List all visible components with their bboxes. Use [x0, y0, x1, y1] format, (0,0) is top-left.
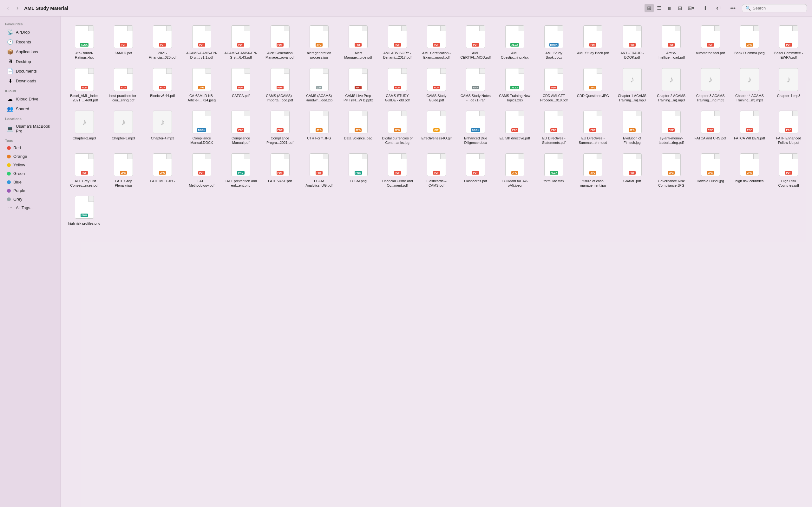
file-item[interactable]: PDF FCCM Analytics_UG.pdf — [301, 150, 337, 190]
file-item[interactable]: XLSX AML Questio...ring.xlsx — [496, 21, 533, 62]
file-item[interactable]: PNG high risk profiles.png — [66, 192, 102, 228]
file-item[interactable]: JPG CDD Questions.JPG — [575, 64, 611, 105]
sidebar-item-shared[interactable]: 👥 Shared — [2, 104, 59, 113]
file-item[interactable]: DOCX Enhanced Due Diligence.docx — [457, 107, 494, 147]
file-item[interactable]: JPG alert generation process.jpg — [301, 21, 337, 62]
file-item[interactable]: PDF EU 5th directive.pdf — [496, 107, 533, 147]
sidebar-item-blue[interactable]: Blue — [2, 178, 59, 186]
file-item[interactable]: PDF EU Directives - Summar...ehmood — [575, 107, 611, 147]
file-item[interactable]: ♪ Chapter-3.mp3 — [105, 107, 142, 147]
file-item[interactable]: PDF CDD AMLCFT Procedu...019.pdf — [536, 64, 572, 105]
file-item[interactable]: PDF FATF Enhanced Follow Up.pdf — [770, 107, 807, 147]
file-item[interactable]: PDF Bionic v6.44.pdf — [144, 64, 181, 105]
file-item[interactable]: PDF Compliance Progra...2021.pdf — [262, 107, 298, 147]
file-item[interactable]: PDF Basel_AML_Index _2021_...4e0f.pdf — [66, 64, 102, 105]
file-item[interactable]: PDF ey-anti-money-lauderi...ring.pdf — [653, 107, 690, 147]
file-item[interactable]: PDF Flashcards.pdf — [457, 150, 494, 190]
file-item[interactable]: PDF Alert Generation Manage...roval.pdf — [262, 21, 298, 62]
sidebar-item-grey[interactable]: Grey — [2, 195, 59, 203]
file-item[interactable]: PDF best-practices-for-cou...ering.pdf — [105, 64, 142, 105]
back-button[interactable]: ‹ — [5, 3, 11, 13]
sidebar-item-desktop[interactable]: 🖥 Desktop — [2, 57, 59, 66]
sidebar-item-airdrop[interactable]: 📡 AirDrop — [2, 27, 59, 37]
file-item[interactable]: PDF 6AMLD.pdf — [105, 21, 142, 62]
file-item[interactable]: ZIP CAMS (ACAMS) Handwri...ood.zip — [301, 64, 337, 105]
file-item[interactable]: JPG Evolution of Fintech.jpg — [614, 107, 650, 147]
file-item[interactable]: JPG Governance Risk Compliance.JPG — [653, 150, 690, 190]
sidebar-item-purple[interactable]: Purple — [2, 187, 59, 194]
file-item[interactable]: PPT CAMS Live Prep PPT (IN...W B.pptx — [340, 64, 376, 105]
list-view-button[interactable]: ☰ — [654, 4, 664, 12]
sidebar-item-all-tags[interactable]: ⋯ All Tags... — [2, 204, 59, 212]
file-item[interactable]: PDF CAMS (ACAMS) - Importa...ood.pdf — [262, 64, 298, 105]
file-item[interactable]: JPG FOJMahOXEAk-oA5.jpeg — [496, 150, 533, 190]
file-item[interactable]: PDF AML ADVISORY - Benami...2017.pdf — [379, 21, 415, 62]
file-item[interactable]: PDF ACAMS-CAMS6-EN-G-st...6.43.pdf — [222, 21, 259, 62]
file-item[interactable]: JPG Digital currencies of Centr...anks.j… — [379, 107, 415, 147]
file-item[interactable]: PDF FATF Methodology.pdf — [183, 150, 220, 190]
file-item[interactable]: ♪ Chapter 2 ACAMS Training...m).mp3 — [653, 64, 690, 105]
file-item[interactable]: PNG FATF prevention and enf...ent.png — [222, 150, 259, 190]
sidebar-item-green[interactable]: Green — [2, 170, 59, 177]
file-item[interactable]: DOCX AML Study Book.docx — [536, 21, 572, 62]
file-item[interactable]: PDF AML CERTIFI...MOD.pdf — [457, 21, 494, 62]
file-item[interactable]: PDF High Risk Countries.pdf — [770, 150, 807, 190]
forward-button[interactable]: › — [14, 3, 20, 13]
file-item[interactable]: PDF ACAMS-CAMS-EN-D-u...t-v1.1.pdf — [183, 21, 220, 62]
file-item[interactable]: PDF automated tool.pdf — [692, 21, 728, 62]
file-item[interactable]: PDF Flashcards – CAMS.pdf — [418, 150, 455, 190]
file-item[interactable]: ♪ Chapter 3 ACAMS Training...ing.mp3 — [692, 64, 728, 105]
file-item[interactable]: ♪ Chapter-1.mp3 — [770, 64, 807, 105]
file-item[interactable]: JPG high risk countries — [731, 150, 768, 190]
file-item[interactable]: JPG FATF MER.JPG — [144, 150, 181, 190]
file-item[interactable]: DOCX Compliance Manual.DOCX — [183, 107, 220, 147]
group-button[interactable]: ⊞▾ — [685, 4, 697, 12]
file-item[interactable]: JPG Data Science.jpeg — [340, 107, 376, 147]
file-item[interactable]: PDF AML Study Book.pdf — [575, 21, 611, 62]
file-item[interactable]: PDF CAMS STUDY GUIDE - old.pdf — [379, 64, 415, 105]
file-item[interactable]: PDF FATCA W8 BEN.pdf — [731, 107, 768, 147]
sidebar-item-downloads[interactable]: ⬇ Downloads — [2, 76, 59, 86]
file-item[interactable]: JPG CA-6AMLD-KB-Article-I...724.jpeg — [183, 64, 220, 105]
icon-view-button[interactable]: ⊞ — [645, 4, 654, 12]
sidebar-item-yellow[interactable]: Yellow — [2, 161, 59, 169]
file-item[interactable]: PDF Alert Manage...uide.pdf — [340, 21, 376, 62]
file-item[interactable]: PDF FATF VASP.pdf — [262, 150, 298, 190]
file-item[interactable]: PDF Basel Committee - EWRA.pdf — [770, 21, 807, 62]
file-item[interactable]: PDF FATF Grey List Conseq...nces.pdf — [66, 150, 102, 190]
file-item[interactable]: PDF Compliance Manual.pdf — [222, 107, 259, 147]
file-item[interactable]: XLSX formulae.xlsx — [536, 150, 572, 190]
file-item[interactable]: ♪ Chapter-4.mp3 — [144, 107, 181, 147]
file-item[interactable]: PDF AML Certification - Exam...mood.pdf — [418, 21, 455, 62]
share-button[interactable]: ⬆ — [701, 4, 710, 12]
file-item[interactable]: RAR CAMS Study Notes -...od (1).rar — [457, 64, 494, 105]
file-item[interactable]: JPG Hawala Hundi.jpg — [692, 150, 728, 190]
column-view-button[interactable]: ⫼ — [664, 4, 675, 12]
sidebar-item-icloud-drive[interactable]: ☁ iCloud Drive — [2, 95, 59, 104]
gallery-view-button[interactable]: ⊟ — [675, 4, 684, 12]
sidebar-item-documents[interactable]: 📄 Documents — [2, 66, 59, 76]
file-item[interactable]: XLSX 4th-Round-Ratings.xlsx — [66, 21, 102, 62]
file-item[interactable]: PDF ANTI-FRAUD - BOOK.pdf — [614, 21, 650, 62]
file-item[interactable]: PNG FCCM.png — [340, 150, 376, 190]
file-item[interactable]: ♪ Chapter-2.mp3 — [66, 107, 102, 147]
sidebar-item-recents[interactable]: 🕐 Recents — [2, 38, 59, 47]
file-item[interactable]: JPG CTR Form.JPG — [301, 107, 337, 147]
file-item[interactable]: JPG FATF Grey Plenary.jpg — [105, 150, 142, 190]
file-item[interactable]: PDF 2021-Financia...020.pdf — [144, 21, 181, 62]
file-item[interactable]: JPG future of cash management.jpg — [575, 150, 611, 190]
file-item[interactable]: PDF EU Directives - Statements.pdf — [536, 107, 572, 147]
more-button[interactable]: ••• — [728, 4, 738, 12]
file-item[interactable]: PDF GoAML.pdf — [614, 150, 650, 190]
file-item[interactable]: JPG Bank Dilemma.jpeg — [731, 21, 768, 62]
file-item[interactable]: PDF CAFCA.pdf — [222, 64, 259, 105]
file-item[interactable]: PDF Financial Crime and Co...ment.pdf — [379, 150, 415, 190]
file-item[interactable]: PDF Arctic-Intellige...load.pdf — [653, 21, 690, 62]
sidebar-item-red[interactable]: Red — [2, 144, 59, 152]
file-item[interactable]: ♪ Chapter 4 ACAMS Training...m).mp3 — [731, 64, 768, 105]
search-bar[interactable]: 🔍 — [742, 4, 807, 12]
file-item[interactable]: GIF Effectiveness-IO.gif — [418, 107, 455, 147]
sidebar-item-macbook[interactable]: 💻 Usama's MacBook Pro — [2, 122, 59, 135]
search-input[interactable] — [753, 6, 803, 10]
file-item[interactable]: PDF CAMS Study Guide.pdf — [418, 64, 455, 105]
